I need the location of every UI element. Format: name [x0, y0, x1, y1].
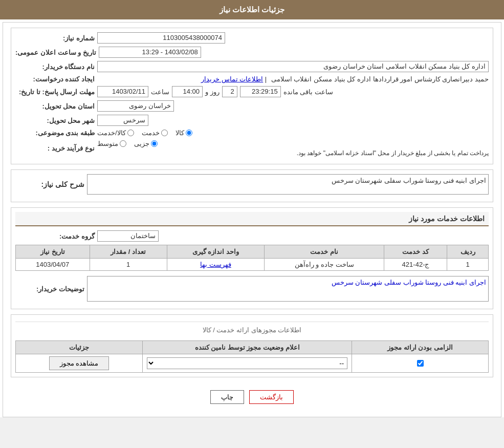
- mojooz-table: الزامی بودن ارائه مجوز اعلام وضعیت مجوز …: [15, 340, 489, 373]
- shahr-row: شهر محل تحویل: سرخس: [15, 115, 489, 126]
- print-button[interactable]: چاپ: [210, 390, 244, 404]
- shomara-row: شماره نیاز: 1103005438000074: [15, 32, 489, 44]
- cell-kod: ج-42-421: [384, 259, 447, 271]
- sharh-label: شرح کلی نیاز:: [15, 180, 87, 188]
- cell-vahed: فهرست بها: [167, 259, 265, 271]
- vaziat-select[interactable]: --: [147, 357, 347, 369]
- saaat-label: ساعت: [151, 88, 169, 96]
- page-wrapper: جزئیات اطلاعات نیاز شماره نیاز: 11030054…: [0, 0, 504, 417]
- mojooz-view-button[interactable]: مشاهده مجوز: [49, 356, 109, 370]
- page-header: جزئیات اطلاعات نیاز: [0, 0, 504, 19]
- shomara-value: 1103005438000074: [97, 32, 225, 44]
- nooe-row: نوع فرآیند خرید : متوسط جزیی پرداخت تمام…: [15, 140, 489, 157]
- tabaqe-radio-group: کالا/خدمت خدمت کالا: [97, 129, 192, 137]
- elzami-checkbox-wrapper: [356, 360, 484, 367]
- baqi-box: 23:29:15: [240, 86, 281, 97]
- table-header-row: ردیف کد خدمت نام خدمت واحد اندازه گیری ت…: [16, 245, 489, 259]
- ostan-row: استان محل تحویل: خراسان رضوی: [15, 100, 489, 112]
- khadamat-label: خدمت: [142, 129, 160, 137]
- th-radif: ردیف: [447, 245, 489, 259]
- mohlat-label: مهلت ارسال پاسخ: تا تاریخ:: [15, 88, 97, 96]
- namdastgah-value: اداره کل بنیاد مسکن انقلاب اسلامی استان …: [97, 61, 489, 72]
- radio-khadamat-input[interactable]: [161, 130, 168, 136]
- tarikh-value: 1403/02/08 - 13:29: [99, 47, 201, 58]
- sharh-value: اجرای ابنیه فنی روستا شوراب سفلی شهرستان…: [87, 174, 489, 195]
- th-nam: نام خدمت: [265, 245, 384, 259]
- cell-nam: ساخت جاده و راه‌آهن: [265, 259, 384, 271]
- tozihat-row: توضیحات خریدار: اجرای ابنیه فنی روستا شو…: [15, 276, 489, 302]
- ostan-value: خراسان رضوی: [97, 100, 174, 112]
- tabaqe-row: طبقه بندی موضوعی: کالا/خدمت خدمت کالا: [15, 129, 489, 137]
- mojooz-row: -- مشاهده مجوز: [16, 354, 489, 373]
- main-content: شماره نیاز: 1103005438000074 تاریخ و ساع…: [3, 22, 501, 417]
- radio-jazii: جزیی: [134, 140, 158, 147]
- cell-tedad: 1: [90, 259, 167, 271]
- table-row: 1 ج-42-421 ساخت جاده و راه‌آهن فهرست بها…: [16, 259, 489, 271]
- mohlat-row: مهلت ارسال پاسخ: تا تاریخ: 1403/02/11 سا…: [15, 86, 489, 97]
- shomara-label: شماره نیاز:: [15, 34, 97, 42]
- mojooz-section: اطلاعات مجوزهای ارائه خدمت / کالا الزامی…: [11, 314, 493, 377]
- namdastgah-row: نام دستگاه خریدار: اداره کل بنیاد مسکن ا…: [15, 61, 489, 72]
- shahr-label: شهر محل تحویل:: [15, 117, 97, 124]
- joziyat-cell: مشاهده مجوز: [16, 354, 143, 373]
- ijad-label: ایجاد کننده درخواست:: [15, 75, 97, 83]
- khadamat-title: اطلاعات خدمات مورد نیاز: [15, 212, 489, 226]
- back-button[interactable]: بازگشت: [249, 390, 294, 404]
- tabaqe-label: طبقه بندی موضوعی:: [15, 129, 97, 137]
- th-kod: کد خدمت: [384, 245, 447, 259]
- saaat-box: 14:00: [172, 86, 203, 97]
- shahr-value: سرخس: [97, 115, 148, 126]
- vaziat-cell: --: [143, 354, 352, 373]
- khadamat-table: ردیف کد خدمت نام خدمت واحد اندازه گیری ت…: [15, 245, 489, 271]
- ijad-row: ایجاد کننده درخواست: حمید دبیرانصاری کار…: [15, 75, 489, 83]
- mojooz-header-row: الزامی بودن ارائه مجوز اعلام وضعیت مجوز …: [16, 341, 489, 354]
- th-tarikh: تاریخ نیاز: [16, 245, 90, 259]
- tozihat-label: توضیحات خریدار:: [15, 285, 87, 293]
- radio-jazii-input[interactable]: [151, 140, 158, 147]
- tarikh-label: تاریخ و ساعت اعلان عمومی:: [15, 49, 99, 56]
- grooh-value: ساختمان: [97, 230, 159, 242]
- motavaset-label: متوسط: [97, 140, 118, 147]
- nooe-radio-group: متوسط جزیی: [97, 140, 489, 147]
- grooh-row: گروه خدمت: ساختمان: [15, 230, 489, 242]
- radio-motavaset: متوسط: [97, 140, 126, 147]
- basic-info-section: شماره نیاز: 1103005438000074 تاریخ و ساع…: [11, 28, 493, 164]
- th-vaziat: اعلام وضعیت مجوز توسط نامین کننده: [143, 341, 352, 354]
- tozihat-value: اجرای ابنیه فنی روستا شوراب سفلی شهرستان…: [87, 276, 489, 302]
- header-title: جزئیات اطلاعات نیاز: [220, 5, 284, 14]
- nooe-label: نوع فرآیند خرید :: [15, 144, 97, 152]
- cell-tarikh: 1403/04/07: [16, 259, 90, 271]
- mojooz-divider: اطلاعات مجوزهای ارائه خدمت / کالا: [15, 322, 489, 338]
- sharh-row: شرح کلی نیاز: اجرای ابنیه فنی روستا شورا…: [15, 174, 489, 195]
- cell-radif: 1: [447, 259, 489, 271]
- date1-box: 1403/02/11: [97, 86, 148, 97]
- khadamat-section: اطلاعات خدمات مورد نیاز گروه خدمت: ساختم…: [11, 207, 493, 309]
- nooe-note: پرداخت تمام یا بخشی از مبلغ خریدار از مح…: [97, 150, 489, 157]
- radio-kala: کالا: [176, 129, 192, 137]
- radio-kala-khadamat: کالا/خدمت: [97, 129, 134, 137]
- namdastgah-label: نام دستگاه خریدار:: [15, 63, 97, 71]
- tarikh-row: تاریخ و ساعت اعلان عمومی: 1403/02/08 - 1…: [15, 47, 489, 58]
- kala-khadamat-label: کالا/خدمت: [97, 129, 126, 137]
- th-joziyat: جزئیات: [16, 341, 143, 354]
- grooh-label: گروه خدمت:: [15, 232, 97, 240]
- footer-buttons: بازگشت چاپ: [11, 382, 493, 412]
- ostan-label: استان محل تحویل:: [15, 102, 97, 110]
- jazii-label: جزیی: [134, 140, 149, 147]
- radio-kala-input[interactable]: [186, 130, 192, 136]
- th-elzami: الزامی بودن ارائه مجوز: [352, 341, 489, 354]
- radio-kala-khadamat-input[interactable]: [127, 130, 134, 136]
- th-tedad: تعداد / مقدار: [90, 245, 167, 259]
- ijad-link[interactable]: اطلاعات تماس خریدار: [201, 75, 263, 83]
- th-vahed: واحد اندازه گیری: [167, 245, 265, 259]
- rooz-box: 2: [222, 86, 237, 97]
- elzami-cell: [352, 354, 489, 373]
- radio-khadamat: خدمت: [142, 129, 168, 137]
- elzami-checkbox[interactable]: [417, 360, 424, 367]
- ijad-value: حمید دبیرانصاری کارشناس امور قراردادها ا…: [271, 75, 489, 83]
- sharh-section: شرح کلی نیاز: اجرای ابنیه فنی روستا شورا…: [11, 169, 493, 202]
- baqi-label: ساعت باقی مانده: [283, 88, 333, 96]
- radio-motavaset-input[interactable]: [120, 140, 126, 147]
- rooz-label: روز و: [205, 88, 220, 96]
- kala-label: کالا: [176, 129, 184, 137]
